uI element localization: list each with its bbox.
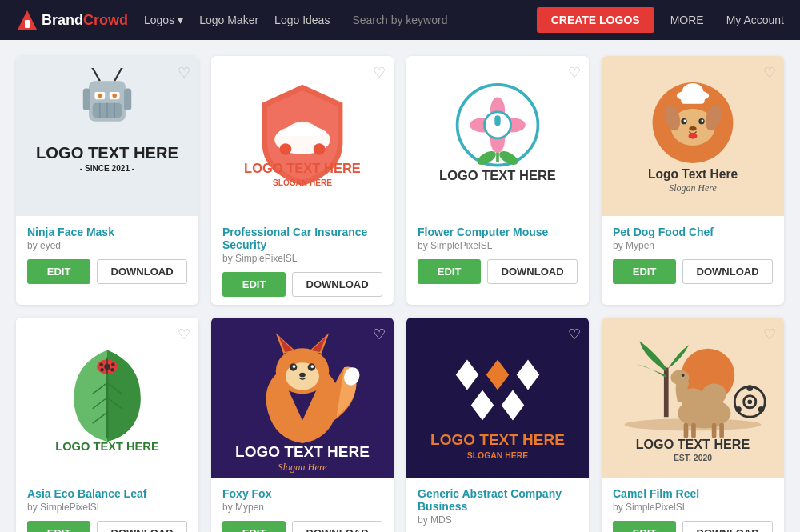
svg-point-62 <box>110 368 114 372</box>
svg-point-98 <box>735 406 742 412</box>
svg-marker-76 <box>517 360 540 390</box>
favorite-icon-flower[interactable]: ♡ <box>568 64 581 82</box>
card-image-camel: ♡ <box>602 318 784 478</box>
favorite-icon-dog[interactable]: ♡ <box>763 64 776 82</box>
svg-rect-92 <box>719 422 724 438</box>
favorite-icon-leaf[interactable]: ♡ <box>178 326 190 343</box>
edit-button-car[interactable]: EDIT <box>222 272 286 297</box>
card-buttons-flower: EDIT DOWNLOAD <box>418 259 578 284</box>
card-camel-film: ♡ <box>602 318 784 532</box>
svg-marker-77 <box>471 390 494 421</box>
svg-point-3 <box>90 68 95 69</box>
svg-line-2 <box>93 68 100 81</box>
brand-logo[interactable]: BrandCrowd <box>16 9 128 31</box>
svg-point-21 <box>314 143 326 155</box>
svg-point-86 <box>702 383 726 405</box>
nav-account-link[interactable]: My Account <box>726 14 784 26</box>
svg-point-20 <box>280 143 292 155</box>
download-button-dog[interactable]: DOWNLOAD <box>682 259 773 284</box>
card-author-flower: by SimplePixelSL <box>418 240 578 251</box>
svg-point-87 <box>670 370 689 385</box>
svg-text:SLOGAN HERE: SLOGAN HERE <box>273 178 332 187</box>
card-author-fox: by Mypen <box>222 502 382 513</box>
abstract-logo-svg: LOGO TEXT HERE SLOGAN HERE <box>406 322 589 474</box>
card-pet-dog: ♡ <box>602 56 784 305</box>
card-image-leaf: ♡ <box>16 318 198 478</box>
svg-text:LOGO TEXT HERE: LOGO TEXT HERE <box>430 431 565 448</box>
card-buttons-leaf: EDIT DOWNLOAD <box>27 521 187 532</box>
edit-button-ninja[interactable]: EDIT <box>27 259 90 284</box>
card-info-abstract: Generic Abstract Company Business by MDS… <box>406 478 589 532</box>
card-title-ninja: Ninja Face Mask <box>27 226 187 238</box>
search-input[interactable] <box>346 10 520 30</box>
svg-point-61 <box>100 368 104 372</box>
svg-rect-89 <box>684 422 689 438</box>
svg-rect-91 <box>712 422 717 438</box>
download-button-car[interactable]: DOWNLOAD <box>292 272 382 297</box>
card-title-abstract: Generic Abstract Company Business <box>418 487 578 513</box>
svg-text:Slogan Here: Slogan Here <box>669 182 717 194</box>
card-info-ninja: Ninja Face Mask by eyed EDIT DOWNLOAD <box>16 216 198 292</box>
nav-logo-ideas-link[interactable]: Logo Ideas <box>274 14 330 26</box>
svg-marker-75 <box>486 360 510 390</box>
edit-button-camel[interactable]: EDIT <box>613 521 676 532</box>
svg-rect-90 <box>691 422 696 438</box>
svg-point-60 <box>111 362 115 366</box>
svg-text:LOGO TEXT HERE: LOGO TEXT HERE <box>636 437 750 451</box>
svg-point-97 <box>758 406 765 412</box>
card-image-car: ♡ LOGO TEXT HERE SLOGAN HERE <box>211 56 394 216</box>
favorite-icon-fox[interactable]: ♡ <box>373 326 386 343</box>
edit-button-leaf[interactable]: EDIT <box>27 521 90 532</box>
svg-point-95 <box>747 399 752 404</box>
download-button-leaf[interactable]: DOWNLOAD <box>97 521 187 532</box>
edit-button-dog[interactable]: EDIT <box>613 259 676 284</box>
svg-text:LOGO TEXT HERE: LOGO TEXT HERE <box>36 144 178 162</box>
nav-logo-maker-link[interactable]: Logo Maker <box>199 14 258 26</box>
favorite-icon-abstract[interactable]: ♡ <box>568 326 581 343</box>
svg-text:EST. 2020: EST. 2020 <box>674 454 712 462</box>
card-title-car: Professional Car Insurance Security <box>222 226 382 251</box>
logo-grid: ♡ <box>0 40 800 532</box>
card-info-car: Professional Car Insurance Security by S… <box>211 216 394 305</box>
leaf-logo-svg: LOGO TEXT HERE <box>19 330 195 466</box>
edit-button-flower[interactable]: EDIT <box>418 259 481 284</box>
nav-logos-link[interactable]: Logos ▾ <box>144 14 183 26</box>
favorite-icon-car[interactable]: ♡ <box>373 64 386 82</box>
svg-text:- SINCE 2021 -: - SINCE 2021 - <box>80 164 134 173</box>
svg-marker-78 <box>502 390 525 421</box>
svg-point-10 <box>112 94 117 98</box>
card-image-flower: ♡ LOGO TEXT HERE <box>406 56 589 216</box>
card-title-camel: Camel Film Reel <box>613 487 773 500</box>
card-foxy-fox: ♡ <box>211 318 394 532</box>
svg-rect-16 <box>124 88 131 110</box>
flower-logo-svg: LOGO TEXT HERE <box>410 68 586 204</box>
car-logo-svg: LOGO TEXT HERE SLOGAN HERE <box>214 68 390 204</box>
card-buttons-ninja: EDIT DOWNLOAD <box>27 259 187 284</box>
camel-logo-svg: LOGO TEXT HERE EST. 2020 <box>602 324 784 472</box>
navbar: BrandCrowd Logos ▾ Logo Maker Logo Ideas… <box>0 0 800 40</box>
card-image-dog: ♡ <box>602 56 784 216</box>
card-image-fox: ♡ <box>211 318 394 478</box>
svg-text:SLOGAN HERE: SLOGAN HERE <box>467 451 529 460</box>
download-button-flower[interactable]: DOWNLOAD <box>487 259 578 284</box>
svg-line-4 <box>114 68 122 81</box>
svg-point-47 <box>689 133 698 138</box>
card-eco-leaf: ♡ <box>16 318 198 532</box>
download-button-fox[interactable]: DOWNLOAD <box>292 521 382 532</box>
nav-more-link[interactable]: MORE <box>670 14 704 26</box>
favorite-icon-ninja[interactable]: ♡ <box>178 64 190 82</box>
brand-name: BrandCrowd <box>42 12 128 29</box>
edit-button-fox[interactable]: EDIT <box>222 521 286 532</box>
card-flower-mouse: ♡ LOGO TEXT HERE F <box>406 56 589 305</box>
create-logos-button[interactable]: CREATE LOGOS <box>537 7 654 33</box>
card-ninja-face-mask: ♡ <box>16 56 198 305</box>
download-button-camel[interactable]: DOWNLOAD <box>682 521 773 532</box>
svg-point-69 <box>293 365 296 368</box>
svg-point-70 <box>310 365 314 368</box>
card-title-leaf: Asia Eco Balance Leaf <box>27 487 187 500</box>
svg-text:Logo Text Here: Logo Text Here <box>648 167 738 181</box>
card-author-dog: by Mypen <box>613 240 773 251</box>
card-buttons-camel: EDIT DOWNLOAD <box>613 521 773 532</box>
favorite-icon-camel[interactable]: ♡ <box>763 326 776 343</box>
download-button-ninja[interactable]: DOWNLOAD <box>97 259 187 284</box>
